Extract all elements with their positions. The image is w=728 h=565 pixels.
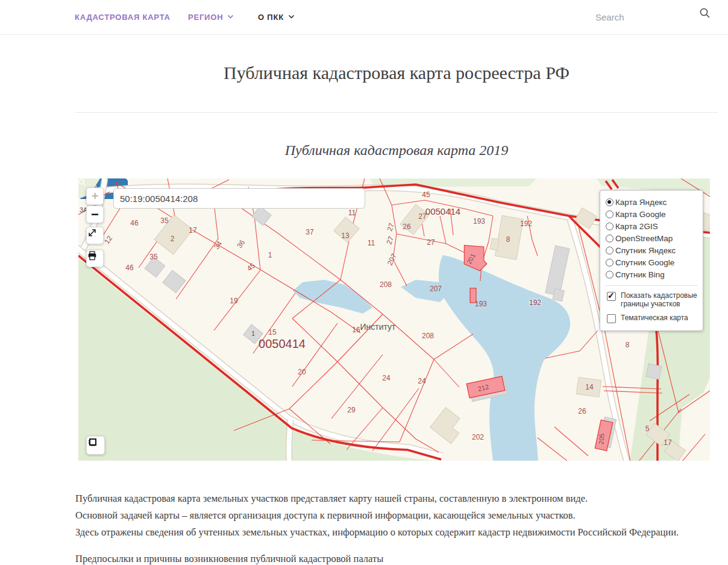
intro-paragraph: Здесь отражены сведения об учтенных земе… xyxy=(75,527,690,538)
map-zoom-in-button[interactable]: + xyxy=(86,188,104,205)
map-parcel-label: 17 xyxy=(664,438,672,447)
map-parcel-label: 37 xyxy=(306,228,314,236)
top-navbar: КАДАСТРОВАЯ КАРТА РЕГИОН О ПКК Search xyxy=(0,0,728,35)
fullscreen-expand-icon xyxy=(87,227,98,238)
map-parcel-label: 0050414 xyxy=(259,337,306,350)
map-parcel-label: 1 xyxy=(251,330,255,337)
map-parcel-label: 36 xyxy=(235,238,246,250)
printer-icon xyxy=(87,250,98,261)
map-parcel-label: 27 xyxy=(384,235,395,246)
search-icon xyxy=(78,178,86,186)
map-parcel-label: 208 xyxy=(380,280,392,289)
map-parcel-label: 17 xyxy=(189,226,197,235)
map-parcel-label: 5 xyxy=(645,425,650,433)
checkbox-icon[interactable] xyxy=(607,314,616,323)
map-parcel-label: 46 xyxy=(125,264,134,272)
map-parcel-label: 24 xyxy=(418,377,426,385)
map-parcel-label: 46 xyxy=(130,219,139,227)
map-parcel-label: 11 xyxy=(368,239,375,247)
map-parcel-label: 193 xyxy=(475,300,487,308)
chevron-down-icon xyxy=(288,14,295,19)
layer-option-google-map[interactable]: Карта Google xyxy=(606,208,698,220)
map-parcel-label: 192 xyxy=(520,219,532,228)
map-measure-button[interactable] xyxy=(86,436,105,455)
radio-icon[interactable] xyxy=(606,235,613,242)
map-parcel-label: 16 xyxy=(352,326,360,334)
layer-option-openstreetmap[interactable]: OpenStreetMap xyxy=(606,232,698,244)
ruler-icon xyxy=(87,437,99,449)
checkbox-thematic-map[interactable]: Тематическая карта xyxy=(606,314,698,323)
map-parcel-label: 34 xyxy=(212,239,224,251)
map-parcel-label: 29 xyxy=(347,406,356,414)
map-parcel-label: 12 xyxy=(102,234,114,245)
search-placeholder: Search xyxy=(595,12,624,22)
intro-paragraph: Предпосылки и причины возникновения публ… xyxy=(75,554,690,564)
map-zoom-out-button[interactable]: − xyxy=(86,206,104,223)
map-parcel-label: 26 xyxy=(578,407,586,415)
map-parcel-label: 208 xyxy=(422,332,434,340)
map-fullscreen-button[interactable] xyxy=(86,227,104,244)
page-title: Публичная кадастровая карта росреестра Р… xyxy=(75,63,718,83)
map-print-button[interactable] xyxy=(86,250,104,267)
map-parcel-label: 8 xyxy=(626,341,630,349)
section-divider xyxy=(75,112,718,113)
cadastral-number-input[interactable] xyxy=(113,188,365,209)
checkbox-icon[interactable] xyxy=(607,292,616,301)
map-parcel-label: 193 xyxy=(473,217,485,226)
nav-item-about-pkk[interactable]: О ПКК xyxy=(258,0,295,34)
map-parcel-label: 13 xyxy=(341,232,350,240)
intro-paragraph: Публичная кадастровая карта земельных уч… xyxy=(75,493,690,504)
map-parcel-label: 11 xyxy=(348,209,356,217)
nav-region-label: РЕГИОН xyxy=(188,13,223,22)
map-parcel-label: 207 xyxy=(430,285,442,293)
map-parcel-label: 35 xyxy=(149,253,158,261)
intro-text-block: Публичная кадастровая карта земельных уч… xyxy=(75,493,690,565)
map-parcel-label: 26 xyxy=(403,223,411,231)
map-parcel-label: Институт xyxy=(360,322,396,332)
map-parcel-label: 2 xyxy=(171,235,175,243)
map-parcel-label: 8 xyxy=(506,235,510,244)
radio-icon[interactable] xyxy=(606,210,613,218)
map-parcel-label: 1 xyxy=(268,251,272,259)
map-parcel-label: 202 xyxy=(472,433,484,441)
map-section-subtitle: Публичная кадастровая карта 2019 xyxy=(75,142,718,159)
site-search-field[interactable]: Search xyxy=(595,0,686,34)
map-parcel-label: 27 xyxy=(427,238,435,247)
panel-divider xyxy=(606,285,698,286)
map-parcel-label: 20 xyxy=(298,368,306,376)
intro-paragraph: Основной задачей карты – является органи… xyxy=(75,510,690,521)
layer-option-yandex-map[interactable]: Карта Яндекс xyxy=(606,196,698,208)
map-parcel-label: 45 xyxy=(422,191,430,199)
map-parcel-label: 24 xyxy=(382,374,391,382)
chevron-down-icon xyxy=(227,14,234,19)
layer-option-2gis-map[interactable]: Карта 2GIS xyxy=(606,220,698,232)
search-icon[interactable] xyxy=(699,7,711,19)
nav-about-label: О ПКК xyxy=(258,13,284,22)
map-parcel-label: 45 xyxy=(245,261,257,273)
layer-option-bing-satellite[interactable]: Спутник Bing xyxy=(606,268,698,280)
checkbox-show-cadastral-boundaries[interactable]: Показать кадастровые границы участков xyxy=(606,291,698,308)
map-parcel-label: 19 xyxy=(230,297,238,305)
radio-icon[interactable] xyxy=(606,259,613,267)
map-parcel-label: 207 xyxy=(386,252,398,267)
cadastral-map-widget: 4635172354612453436137131111272627272720… xyxy=(78,178,710,461)
map-parcel-label: 14 xyxy=(585,383,594,391)
map-parcel-label: 0050414 xyxy=(425,206,460,216)
map-parcel-label: 35 xyxy=(160,216,169,225)
map-parcel-label: 205 xyxy=(597,433,606,444)
layer-option-yandex-satellite[interactable]: Спутник Яндекс xyxy=(606,244,698,256)
radio-icon[interactable] xyxy=(606,223,613,230)
radio-icon[interactable] xyxy=(606,271,613,279)
nav-item-region[interactable]: РЕГИОН xyxy=(188,0,234,34)
layer-option-google-satellite[interactable]: Спутник Google xyxy=(606,256,698,268)
radio-icon[interactable] xyxy=(606,198,613,206)
radio-icon[interactable] xyxy=(606,247,613,254)
layer-selector-panel: Карта Яндекс Карта Google Карта 2GIS Ope… xyxy=(600,190,703,331)
map-parcel-label: 192 xyxy=(529,298,541,307)
nav-brand-link[interactable]: КАДАСТРОВАЯ КАРТА xyxy=(75,0,171,34)
map-parcel-label: 15 xyxy=(268,328,277,336)
